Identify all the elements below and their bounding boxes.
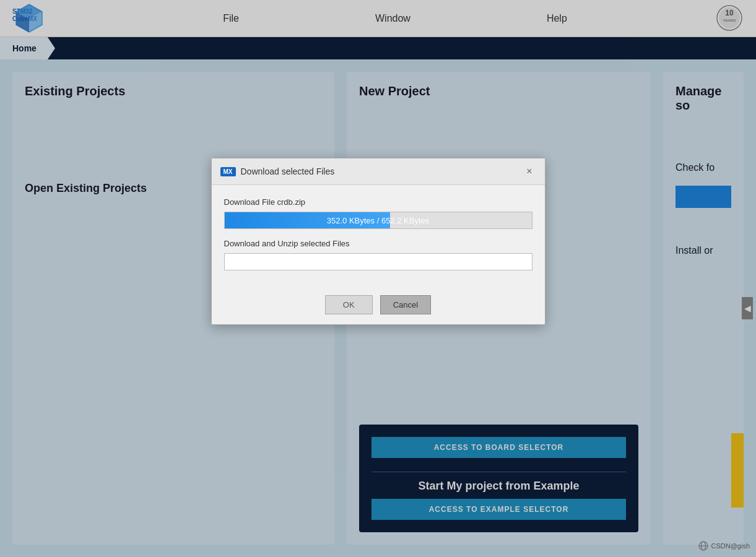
modal-body: Download File crdb.zip 352.0 KBytes / 65… — [212, 185, 545, 295]
download-modal: MX Download selected Files × Download Fi… — [211, 158, 545, 325]
download-progress-bar: 352.0 KBytes / 652.2 KBytes — [224, 212, 532, 229]
unzip-progress-bar — [224, 253, 532, 270]
download-label: Download File crdb.zip — [224, 197, 532, 207]
mx-badge: MX — [220, 167, 236, 176]
progress-text: 352.0 KBytes / 652.2 KBytes — [327, 216, 430, 225]
modal-footer: OK Cancel — [212, 295, 545, 324]
modal-header: MX Download selected Files × — [212, 158, 545, 185]
modal-close-button[interactable]: × — [523, 165, 536, 178]
modal-title: Download selected Files — [241, 166, 335, 176]
unzip-label: Download and Unzip selected Files — [224, 239, 532, 248]
modal-overlay: MX Download selected Files × Download Fi… — [0, 0, 756, 557]
ok-button[interactable]: OK — [325, 295, 373, 314]
cancel-button[interactable]: Cancel — [380, 295, 431, 314]
